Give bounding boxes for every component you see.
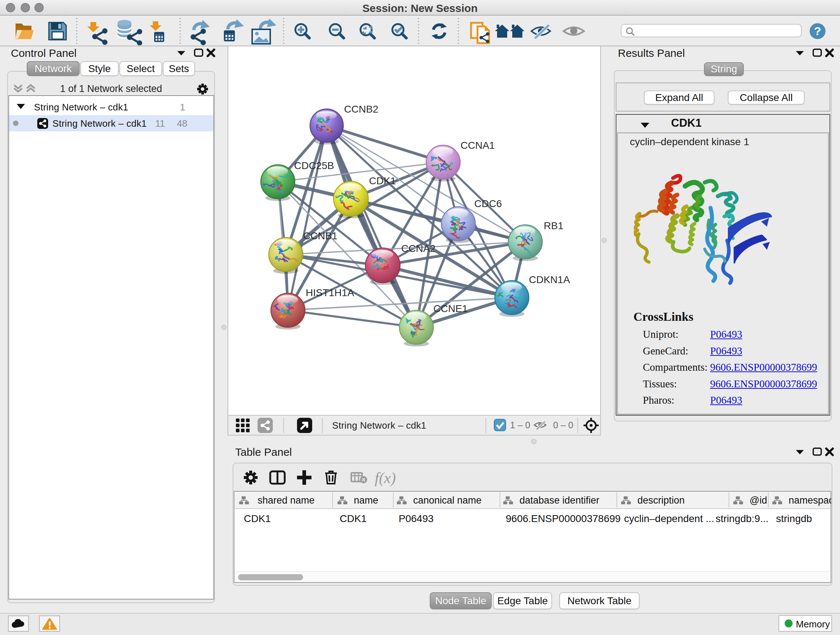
svg-text:CCNE1: CCNE1 [433, 303, 468, 314]
svg-text:f(x): f(x) [375, 470, 396, 486]
svg-text:name: name [354, 495, 378, 506]
svg-text:9606.ENSP00000378699: 9606.ENSP00000378699 [506, 513, 621, 524]
svg-text:CCNA2: CCNA2 [401, 243, 436, 254]
svg-text:stringdb:9...: stringdb:9... [715, 513, 768, 524]
svg-text:CDK1: CDK1 [244, 513, 271, 524]
svg-text:@id: @id [750, 495, 767, 506]
svg-text:database identifier: database identifier [519, 495, 600, 506]
svg-text:CDC25B: CDC25B [294, 160, 334, 171]
svg-text:CDC6: CDC6 [474, 198, 502, 209]
svg-text:namespace: namespace [789, 495, 831, 506]
svg-text:CDK1: CDK1 [340, 513, 367, 524]
svg-text:HIST1H1A: HIST1H1A [306, 287, 354, 298]
svg-text:CCNA1: CCNA1 [461, 140, 495, 151]
svg-text:CDK1: CDK1 [369, 175, 396, 187]
svg-text:0 – 0: 0 – 0 [553, 420, 573, 430]
svg-text:P06493: P06493 [399, 513, 434, 524]
svg-text:CCNB2: CCNB2 [344, 103, 378, 115]
svg-text:RB1: RB1 [544, 220, 563, 231]
svg-text:1 – 0: 1 – 0 [510, 420, 531, 430]
svg-text:description: description [638, 495, 685, 506]
svg-text:shared name: shared name [257, 495, 315, 506]
svg-text:canonical name: canonical name [413, 495, 482, 506]
svg-text:stringdb: stringdb [776, 513, 812, 524]
svg-text:String Network – cdk1: String Network – cdk1 [332, 420, 426, 431]
svg-text:CCNB1: CCNB1 [303, 230, 338, 241]
svg-text:CDKN1A: CDKN1A [529, 274, 570, 285]
svg-text:cyclin–dependent ...: cyclin–dependent ... [624, 513, 714, 524]
